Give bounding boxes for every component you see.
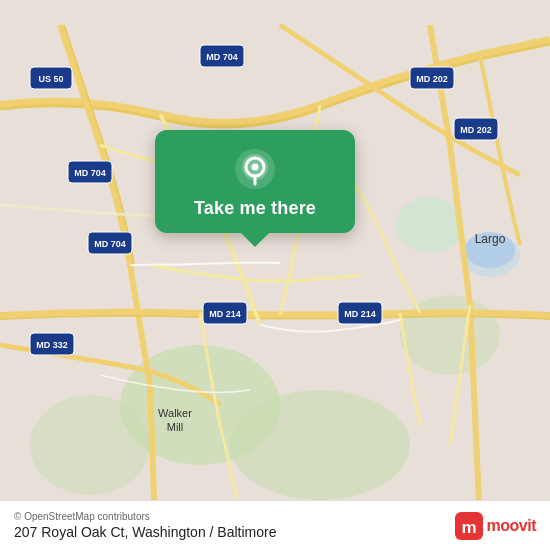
svg-text:US 50: US 50	[38, 74, 63, 84]
address-section: © OpenStreetMap contributors 207 Royal O…	[14, 511, 277, 540]
map-background: US 50 MD 704 MD 202 MD 202 MD 704 MD 704…	[0, 0, 550, 550]
copyright-text: © OpenStreetMap contributors	[14, 511, 277, 522]
popup-card[interactable]: Take me there	[155, 130, 355, 233]
svg-text:MD 704: MD 704	[206, 52, 238, 62]
svg-text:MD 214: MD 214	[344, 309, 376, 319]
svg-text:m: m	[461, 518, 476, 537]
map-container: US 50 MD 704 MD 202 MD 202 MD 704 MD 704…	[0, 0, 550, 550]
svg-text:MD 214: MD 214	[209, 309, 241, 319]
svg-text:MD 202: MD 202	[416, 74, 448, 84]
svg-text:MD 704: MD 704	[74, 168, 106, 178]
svg-point-4	[400, 295, 500, 375]
address-text: 207 Royal Oak Ct, Washington / Baltimore	[14, 524, 277, 540]
moovit-logo[interactable]: m moovit	[455, 512, 536, 540]
svg-text:MD 704: MD 704	[94, 239, 126, 249]
svg-text:Walker: Walker	[158, 407, 192, 419]
svg-point-2	[230, 390, 410, 500]
svg-point-5	[395, 197, 465, 253]
moovit-icon: m	[455, 512, 483, 540]
moovit-brand-text: moovit	[487, 517, 536, 535]
svg-text:Largo: Largo	[475, 232, 506, 246]
svg-point-3	[30, 395, 150, 495]
svg-text:Mill: Mill	[167, 421, 184, 433]
take-me-there-button[interactable]: Take me there	[194, 198, 316, 219]
svg-point-32	[252, 164, 259, 171]
svg-text:MD 332: MD 332	[36, 340, 68, 350]
bottom-bar: © OpenStreetMap contributors 207 Royal O…	[0, 500, 550, 550]
svg-text:MD 202: MD 202	[460, 125, 492, 135]
location-pin-icon	[234, 148, 276, 190]
